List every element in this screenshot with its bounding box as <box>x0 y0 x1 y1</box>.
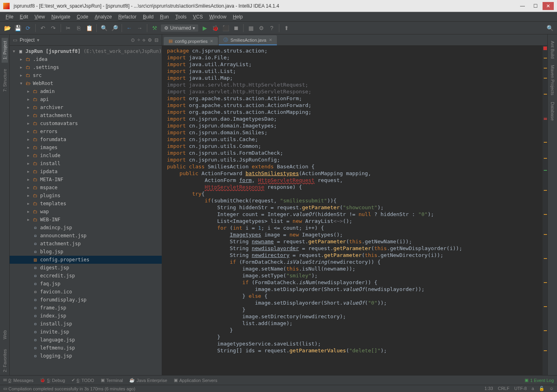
tree-arrow-icon[interactable]: ▶ <box>27 137 32 141</box>
tree-row[interactable]: ▫eccredit.jsp <box>10 272 162 280</box>
tree-arrow-icon[interactable]: ▶ <box>27 178 32 182</box>
tree-arrow-icon[interactable]: ▶ <box>27 145 32 150</box>
tree-row[interactable]: ▫attachment.jsp <box>10 240 162 248</box>
tree-row[interactable]: ▶🗀.settings <box>10 63 162 71</box>
menu-vcs[interactable]: VCS <box>191 13 205 20</box>
tree-row[interactable]: ▫invite.jsp <box>10 328 162 336</box>
hide-icon[interactable]: ⊟ <box>154 37 159 43</box>
tree-row[interactable]: ▶🗀customavatars <box>10 119 162 127</box>
tree-row[interactable]: ▫forumdisplay.jsp <box>10 296 162 304</box>
tree-arrow-icon[interactable]: ▶ <box>27 194 32 198</box>
paste-icon[interactable]: 📋 <box>85 24 93 32</box>
view-dropdown-icon[interactable]: ▾ <box>37 37 39 43</box>
event-log[interactable]: ▣1 Event Log <box>524 378 554 383</box>
menu-edit[interactable]: Edit <box>17 13 30 20</box>
tree-row[interactable]: ▶🗀api <box>10 95 162 103</box>
forward-icon[interactable]: → <box>136 24 144 32</box>
tree-row[interactable]: ▶🗀mspace <box>10 184 162 192</box>
lock-icon[interactable]: 🔓 <box>539 386 545 391</box>
error-stripe[interactable] <box>543 46 547 375</box>
tree-row[interactable]: ▫digest.jsp <box>10 264 162 272</box>
tree-arrow-icon[interactable]: ▶ <box>27 89 32 93</box>
bottombar-item[interactable]: ☕Java Enterprise <box>129 378 167 383</box>
menu-run[interactable]: Run <box>158 13 171 20</box>
tree-arrow-icon[interactable]: ▶ <box>27 186 32 190</box>
tree-row[interactable]: ▶🗀forumdata <box>10 135 162 143</box>
deploy-icon[interactable]: ⬆ <box>283 24 291 32</box>
tab-maven[interactable]: Maven Projects <box>549 62 556 99</box>
close-button[interactable]: ✕ <box>543 2 554 10</box>
tree-arrow-icon[interactable]: ▶ <box>27 218 32 222</box>
line-separator[interactable]: CRLF <box>498 386 510 391</box>
cut-icon[interactable]: ✂ <box>64 24 72 32</box>
bottombar-item[interactable]: 🐞5: Debug <box>40 378 65 383</box>
bottombar-item[interactable]: ✉0: Messages <box>3 378 33 383</box>
menu-file[interactable]: File <box>3 13 16 20</box>
coverage-icon[interactable]: ⬛ <box>222 24 230 32</box>
tree-row[interactable]: ▶🗀META-INF <box>10 176 162 184</box>
tree-row[interactable]: ▶🗀.idea <box>10 55 162 63</box>
run-icon[interactable]: ▶ <box>201 24 209 32</box>
tree-arrow-icon[interactable]: ▶ <box>27 97 32 101</box>
structure-icon[interactable]: ▦ <box>247 24 255 32</box>
insert-mode[interactable]: a <box>532 386 534 391</box>
tree-arrow-icon[interactable]: ▶ <box>27 170 32 174</box>
tree-row[interactable]: ▫frame.jsp <box>10 304 162 312</box>
help-icon[interactable]: ? <box>268 24 276 32</box>
open-icon[interactable]: 📂 <box>3 24 11 32</box>
tree-arrow-icon[interactable]: ▶ <box>27 154 32 158</box>
tree-row[interactable]: ▶🗀archiver <box>10 103 162 111</box>
tree-row[interactable]: ▶🗀admin <box>10 87 162 95</box>
menu-refactor[interactable]: Refactor <box>116 13 139 20</box>
settings-gear-icon[interactable]: ⚙ <box>148 37 152 43</box>
debug-icon[interactable]: 🐞 <box>211 24 219 32</box>
tree-row[interactable]: ▶🗀plugins <box>10 192 162 200</box>
minimize-button[interactable]: — <box>517 2 528 10</box>
tree-row[interactable]: ▶🗀src <box>10 71 162 79</box>
bottombar-item[interactable]: ▣Terminal <box>101 378 123 383</box>
tree-arrow-icon[interactable]: ▶ <box>27 105 32 109</box>
run-config-dropdown[interactable]: ⚙ Unnamed ▾ <box>161 24 198 32</box>
replace-icon[interactable]: 🔎 <box>110 24 118 32</box>
tree-arrow-icon[interactable]: ▶ <box>20 73 25 77</box>
stop-icon[interactable]: ⏹ <box>232 24 240 32</box>
menu-navigate[interactable]: Navigate <box>49 13 73 20</box>
settings-icon[interactable]: ⚙ <box>257 24 265 32</box>
tree-row[interactable]: ▫index.jsp <box>10 312 162 320</box>
tree-row[interactable]: ▶🗀wap <box>10 208 162 216</box>
tab-ant-build[interactable]: Ant Build <box>549 38 556 62</box>
back-icon[interactable]: ← <box>125 24 133 32</box>
bottombar-item[interactable]: ✔6: TODO <box>71 378 94 383</box>
tree-row[interactable]: ▫leftmenu.jsp <box>10 344 162 352</box>
menu-analyze[interactable]: Analyze <box>92 13 114 20</box>
code-editor[interactable]: package cn.jsprun.struts.action; import … <box>162 46 543 375</box>
tree-arrow-icon[interactable]: ▶ <box>20 57 25 61</box>
close-tab-icon[interactable]: ✕ <box>269 38 272 42</box>
tree-row[interactable]: ▤config.properties <box>10 256 162 264</box>
copy-icon[interactable]: ⎘ <box>75 24 83 32</box>
editor-tab[interactable]: ⒿSmiliesAction.java✕ <box>219 35 276 45</box>
tree-row[interactable]: ▫install.jsp <box>10 320 162 328</box>
tab-database[interactable]: Database <box>549 99 556 124</box>
tree-arrow-icon[interactable]: ▶ <box>27 202 32 206</box>
tree-row[interactable]: ▼🗁WebRoot <box>10 79 162 87</box>
tree-row[interactable]: ▶🗀attachments <box>10 111 162 119</box>
tree-arrow-icon[interactable]: ▼ <box>13 49 18 53</box>
bottombar-item[interactable]: ▣Application Servers <box>174 378 218 383</box>
search-everywhere-icon[interactable]: 🔍 <box>546 24 554 32</box>
tree-arrow-icon[interactable]: ▼ <box>20 81 25 85</box>
tree-row[interactable]: ▶🗀templates <box>10 200 162 208</box>
maximize-button[interactable]: ☐ <box>530 2 541 10</box>
tree-row[interactable]: ▫language.jsp <box>10 336 162 344</box>
tree-arrow-icon[interactable]: ▶ <box>27 129 32 133</box>
tree-row[interactable]: ▶🗀WEB-INF <box>10 216 162 224</box>
scroll-to-icon[interactable]: ⎆ <box>142 37 145 43</box>
tree-row[interactable]: ▫announcement.jsp <box>10 232 162 240</box>
tree-arrow-icon[interactable]: ▶ <box>20 65 25 69</box>
expand-icon[interactable]: ÷ <box>137 37 140 43</box>
tab-structure[interactable]: 7: Structure <box>2 66 8 95</box>
tree-row[interactable]: ▶🗀install <box>10 160 162 168</box>
tree-row[interactable]: ▫admincp.jsp <box>10 224 162 232</box>
file-encoding[interactable]: UTF-8 <box>514 386 527 391</box>
menu-code[interactable]: Code <box>74 13 91 20</box>
